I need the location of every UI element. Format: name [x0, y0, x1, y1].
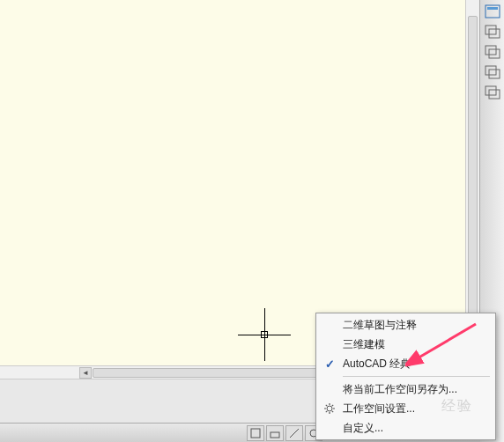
svg-point-14 — [327, 406, 332, 411]
svg-rect-9 — [489, 90, 500, 99]
svg-rect-1 — [487, 7, 498, 10]
svg-line-12 — [290, 429, 299, 438]
menu-item-autocad-classic[interactable]: ✓ AutoCAD 经典 — [318, 354, 493, 373]
svg-rect-2 — [485, 26, 496, 34]
status-btn-1[interactable] — [247, 425, 264, 441]
menu-label: 将当前工作空间另存为... — [343, 382, 457, 397]
svg-line-20 — [332, 411, 333, 412]
svg-rect-10 — [251, 429, 260, 438]
svg-rect-5 — [489, 49, 500, 58]
gear-icon — [322, 401, 337, 416]
svg-line-21 — [326, 411, 327, 412]
menu-item-workspace-settings[interactable]: 工作空间设置... — [318, 399, 493, 418]
menu-separator — [343, 376, 490, 377]
check-icon: ✓ — [322, 356, 337, 372]
drawing-canvas[interactable] — [0, 0, 480, 365]
svg-rect-7 — [489, 70, 500, 78]
menu-label: 工作空间设置... — [343, 401, 415, 416]
menu-item-customize[interactable]: 自定义... — [318, 418, 493, 438]
palette-icon-1[interactable] — [483, 3, 502, 20]
svg-rect-11 — [271, 432, 279, 438]
palette-icon-3[interactable] — [483, 43, 502, 61]
menu-label: AutoCAD 经典 — [343, 357, 411, 372]
menu-label: 三维建模 — [343, 337, 385, 352]
svg-rect-6 — [485, 66, 496, 75]
palette-icon-2[interactable] — [483, 23, 502, 41]
status-btn-2[interactable] — [266, 425, 284, 441]
menu-item-3d-modeling[interactable]: 三维建模 — [318, 335, 493, 354]
vertical-scrollbar[interactable] — [465, 0, 479, 365]
palette-icon-5[interactable] — [483, 84, 502, 101]
status-btn-3[interactable] — [285, 425, 303, 441]
palette-icon-4[interactable] — [483, 63, 502, 81]
vertical-scroll-thumb[interactable] — [468, 16, 478, 342]
workspace-context-menu: 二维草图与注释 三维建模 ✓ AutoCAD 经典 将当前工作空间另存为... … — [315, 313, 496, 440]
svg-line-22 — [332, 405, 333, 406]
scroll-left-button[interactable]: ◄ — [79, 367, 92, 379]
svg-rect-4 — [485, 46, 496, 55]
menu-item-2d-drafting[interactable]: 二维草图与注释 — [318, 315, 493, 335]
menu-item-save-workspace-as[interactable]: 将当前工作空间另存为... — [318, 379, 493, 399]
svg-rect-3 — [489, 29, 500, 38]
menu-label: 二维草图与注释 — [343, 318, 417, 333]
svg-rect-8 — [485, 86, 496, 95]
svg-line-19 — [326, 405, 327, 406]
menu-label: 自定义... — [343, 421, 383, 436]
